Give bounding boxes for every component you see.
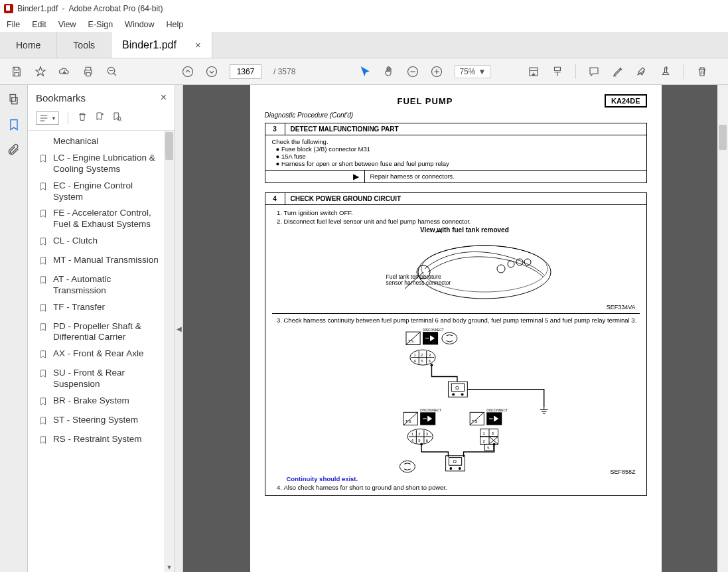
page-down-icon[interactable] (206, 66, 218, 78)
attachments-icon[interactable] (7, 143, 21, 157)
collapse-pane-handle[interactable]: ◀ (175, 85, 183, 572)
box3-item: Harness for open or short between fuse a… (276, 160, 640, 167)
side-rail (0, 85, 28, 572)
svg-text:DISCONNECT: DISCONNECT (420, 409, 441, 412)
bookmark-item[interactable]: CL - Clutch (31, 233, 164, 252)
bookmark-item[interactable]: FE - Accelerator Control, Fuel & Exhaust… (31, 205, 164, 233)
zoom-select[interactable]: 75%▼ (455, 65, 490, 78)
svg-point-11 (497, 265, 505, 273)
document-scrollbar[interactable] (717, 85, 728, 572)
box4-step2: Disconnect fuel level sensor unit and fu… (284, 218, 640, 225)
bookmark-item[interactable]: ST - Steering System (31, 412, 164, 431)
svg-rect-6 (11, 98, 17, 104)
delete-bookmark-icon[interactable] (77, 111, 88, 125)
svg-text:6: 6 (428, 359, 430, 363)
bookmark-item[interactable]: BR - Brake System (31, 393, 164, 412)
page-title: FUEL PUMP (398, 96, 453, 106)
svg-text:3: 3 (491, 431, 493, 435)
tab-tools[interactable]: Tools (57, 32, 111, 58)
bookmark-icon (38, 397, 48, 409)
box3-item: 15A fuse (276, 153, 640, 160)
fit-width-icon[interactable] (528, 66, 540, 78)
bookmark-item[interactable]: AX - Front & Rear Axle (31, 346, 164, 365)
scroll-thumb[interactable] (719, 125, 727, 150)
cloud-icon[interactable] (58, 66, 70, 78)
tab-document-active[interactable]: Binder1.pdf × (111, 32, 212, 58)
svg-point-2 (207, 66, 217, 76)
svg-point-69 (420, 443, 423, 446)
find-bookmark-icon[interactable] (111, 111, 122, 125)
bookmark-item[interactable]: RS - Restraint System (31, 431, 164, 451)
tab-home[interactable]: Home (0, 32, 57, 58)
box3-number: 3 (265, 123, 285, 135)
svg-text:2: 2 (421, 353, 423, 357)
diagnostic-box-4: 4 CHECK POWER GROUND CIRCUIT Turn igniti… (265, 192, 647, 496)
bookmark-item[interactable]: SU - Front & Rear Suspension (31, 365, 164, 393)
highlight-icon[interactable] (612, 66, 624, 78)
bookmark-icon (38, 237, 48, 250)
box3-item: Fuse block (J/B) connector M31 (276, 145, 640, 153)
scroll-down-icon[interactable]: ▼ (164, 563, 175, 572)
svg-text:DISCONNECT: DISCONNECT (486, 409, 508, 412)
menu-esign[interactable]: E-Sign (88, 20, 113, 29)
bookmark-item[interactable]: EC - Engine Control System (31, 178, 164, 206)
zoom-out-icon[interactable] (407, 66, 419, 78)
bookmark-item[interactable]: PD - Propeller Shaft & Differential Carr… (31, 319, 164, 346)
box4-number: 4 (265, 193, 285, 204)
bookmark-item[interactable]: Mechanical (31, 133, 164, 150)
document-tabbar: Home Tools Binder1.pdf × (0, 32, 728, 58)
print-icon[interactable] (82, 66, 94, 78)
stamp-icon[interactable] (660, 66, 672, 78)
close-tab-icon[interactable]: × (195, 39, 201, 50)
bookmark-icon (38, 275, 48, 288)
delete-icon[interactable] (696, 66, 708, 78)
bookmark-options-icon[interactable]: ▼ (36, 111, 59, 125)
bookmark-scrollbar[interactable]: ▲ ▼ (164, 131, 175, 572)
scroll-thumb[interactable] (165, 132, 173, 160)
menu-view[interactable]: View (58, 20, 76, 29)
bookmark-icon (38, 182, 48, 194)
star-icon[interactable] (35, 66, 46, 78)
arrow-right-icon: ▶ (353, 172, 359, 181)
svg-text:5: 5 (421, 359, 423, 363)
window-title-filename: Binder1.pdf (17, 4, 58, 13)
sign-icon[interactable] (636, 66, 648, 78)
figure-part-label: Fuel tank temperature sensor harness con… (386, 274, 451, 287)
bookmark-item[interactable]: LC - Engine Lubrication & Cooling System… (31, 150, 164, 178)
bookmark-item[interactable]: MT - Manual Transmission (31, 252, 164, 271)
bookmark-item[interactable]: AT - Automatic Transmission (31, 271, 164, 299)
bookmark-icon (38, 154, 48, 167)
bookmarks-rail-icon[interactable] (7, 118, 21, 131)
svg-text:1: 1 (411, 432, 413, 436)
menu-file[interactable]: File (7, 20, 20, 29)
svg-point-76 (400, 461, 415, 472)
svg-text:Ω: Ω (453, 459, 457, 465)
page-total-label: / 3578 (273, 67, 295, 76)
menu-edit[interactable]: Edit (32, 20, 46, 29)
menu-window[interactable]: Window (125, 20, 154, 29)
page-up-icon[interactable] (182, 66, 194, 78)
save-icon[interactable] (11, 66, 23, 78)
bookmark-item[interactable]: TF - Transfer (31, 299, 164, 319)
comment-icon[interactable] (588, 66, 600, 78)
menu-help[interactable]: Help (167, 20, 184, 29)
svg-text:6: 6 (425, 439, 427, 443)
svg-text:3: 3 (425, 432, 427, 436)
pointer-icon[interactable] (359, 66, 371, 78)
svg-point-34 (452, 393, 455, 395)
box3-label: DETECT MALFUNCTIONING PART (285, 123, 404, 135)
page-number-input[interactable] (230, 64, 261, 79)
bookmarks-panel-title: Bookmarks (36, 92, 86, 104)
bookmarks-panel: Bookmarks × ▼ Mechanical LC - Engine Lub… (28, 85, 175, 572)
svg-point-35 (461, 393, 463, 395)
zoom-out-magnify-icon[interactable] (106, 66, 118, 78)
close-panel-icon[interactable]: × (161, 92, 167, 104)
tank-illustration (385, 236, 557, 302)
hand-icon[interactable] (383, 66, 395, 78)
box4-step4: Also check harness for short to ground a… (284, 484, 640, 491)
fit-page-icon[interactable] (551, 66, 563, 78)
add-bookmark-icon[interactable] (94, 111, 105, 125)
zoom-in-icon[interactable] (431, 66, 443, 78)
thumbnails-icon[interactable] (7, 93, 21, 106)
document-viewport[interactable]: FUEL PUMP KA24DE Diagnostic Procedure (C… (183, 85, 728, 572)
